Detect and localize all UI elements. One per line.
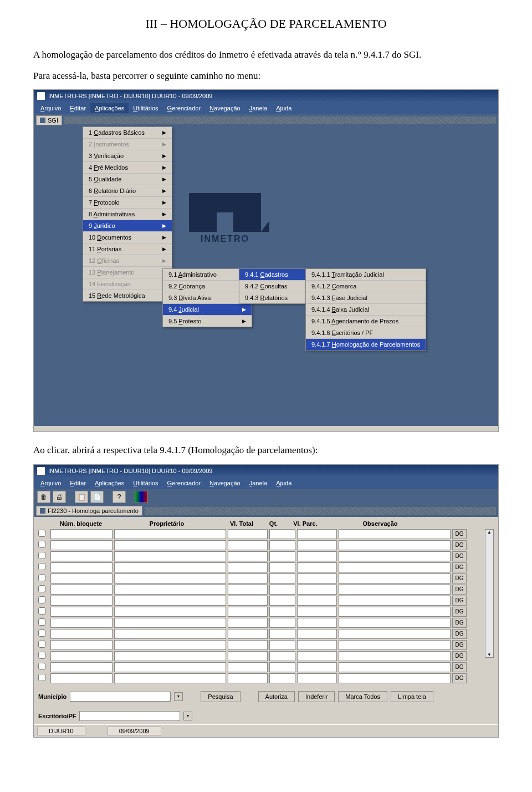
cell-prop[interactable] (114, 551, 226, 561)
menu-ajuda[interactable]: Ajuda (272, 478, 296, 488)
cell-obs[interactable] (339, 562, 451, 572)
menu-item[interactable]: 9.4.1.2 Comarca (306, 281, 426, 292)
dg-button[interactable]: DG (452, 529, 467, 539)
cell-num[interactable] (50, 585, 112, 595)
cell-num[interactable] (50, 529, 112, 539)
cell-tot[interactable] (228, 640, 268, 650)
cell-tot[interactable] (228, 651, 268, 661)
row-checkbox[interactable] (38, 641, 45, 648)
menu-bar-2[interactable]: ArquivoEditarAplicaçõesUtilitáriosGerenc… (34, 477, 498, 489)
menu-item[interactable]: 9.3 Dívida Ativa▶ (163, 292, 252, 304)
dg-button[interactable]: DG (452, 651, 467, 661)
cell-num[interactable] (50, 629, 112, 639)
menu-gerenciador[interactable]: Gerenciador (163, 103, 206, 113)
cell-qt[interactable] (269, 562, 295, 572)
dg-button[interactable]: DG (452, 640, 467, 650)
cell-parc[interactable] (297, 618, 337, 628)
cell-parc[interactable] (297, 651, 337, 661)
menu-item[interactable]: 9.4.1.3 Fase Judicial (306, 292, 426, 304)
dg-button[interactable]: DG (452, 673, 467, 683)
cell-obs[interactable] (339, 607, 451, 617)
menu-item[interactable]: 13 Planejamento▶ (83, 267, 172, 278)
autoriza-button[interactable]: Autoriza (258, 691, 295, 702)
cell-obs[interactable] (339, 551, 451, 561)
cell-tot[interactable] (228, 573, 268, 583)
cell-parc[interactable] (297, 529, 337, 539)
menu-item[interactable]: 1 Cadastros Básicos▶ (83, 127, 172, 139)
menu-item[interactable]: 9.4.1.4 Baixa Judicial (306, 304, 426, 316)
row-checkbox[interactable] (38, 541, 45, 548)
menu-item[interactable]: 9.4.1.5 Agendamento de Prazos (306, 316, 426, 327)
menu-item[interactable]: 9.4.1.6 Escritórios / PF (306, 327, 426, 339)
cell-num[interactable] (50, 596, 112, 606)
menu-navegação[interactable]: Navegação (205, 103, 245, 113)
row-checkbox[interactable] (38, 585, 45, 592)
cell-obs[interactable] (339, 629, 451, 639)
cell-prop[interactable] (114, 651, 226, 661)
cell-num[interactable] (50, 618, 112, 628)
cell-tot[interactable] (228, 629, 268, 639)
menu-item[interactable]: 6 Relatório Diário▶ (83, 185, 172, 197)
cell-obs[interactable] (339, 673, 451, 683)
cell-prop[interactable] (114, 585, 226, 595)
cell-num[interactable] (50, 540, 112, 550)
escritorio-field[interactable] (79, 711, 180, 721)
sgi-tab[interactable]: SGI (36, 115, 62, 125)
menu-item[interactable]: 9.4 Judicial▶ (163, 304, 252, 316)
menu-utilitários[interactable]: Utilitários (129, 478, 162, 488)
cell-qt[interactable] (269, 573, 295, 583)
cell-tot[interactable] (228, 673, 268, 683)
municipio-field[interactable] (70, 692, 171, 702)
cell-parc[interactable] (297, 540, 337, 550)
cell-obs[interactable] (339, 596, 451, 606)
menu-gerenciador[interactable]: Gerenciador (163, 478, 206, 488)
cell-num[interactable] (50, 607, 112, 617)
dg-button[interactable]: DG (452, 573, 467, 583)
row-checkbox[interactable] (38, 607, 45, 615)
indeferir-button[interactable]: Indeferir (298, 691, 335, 702)
pesquisa-button[interactable]: Pesquisa (201, 691, 240, 702)
row-checkbox[interactable] (38, 563, 45, 570)
cell-qt[interactable] (269, 540, 295, 550)
menu-ajuda[interactable]: Ajuda (272, 103, 296, 113)
menu-item[interactable]: 7 Protocolo▶ (83, 197, 172, 209)
cell-prop[interactable] (114, 562, 226, 572)
form-tab[interactable]: FI2230 - Homologa parcelamento (36, 506, 142, 516)
cell-tot[interactable] (228, 607, 268, 617)
cell-prop[interactable] (114, 640, 226, 650)
menu-aplicações[interactable]: Aplicações (90, 103, 129, 113)
cell-tot[interactable] (228, 618, 268, 628)
cell-tot[interactable] (228, 662, 268, 672)
cell-num[interactable] (50, 562, 112, 572)
cell-obs[interactable] (339, 618, 451, 628)
menu-item[interactable]: 3 Verificação▶ (83, 150, 172, 162)
menu-editar[interactable]: Editar (65, 478, 90, 488)
dg-button[interactable]: DG (452, 596, 467, 606)
menu-item[interactable]: 15 Rede Metrológica▶ (83, 290, 172, 301)
limpa-tela-button[interactable]: Limpa tela (391, 691, 433, 702)
cell-qt[interactable] (269, 596, 295, 606)
dg-button[interactable]: DG (452, 551, 467, 561)
toolbar-btn-2[interactable]: 🖨 (53, 491, 66, 503)
cell-tot[interactable] (228, 596, 268, 606)
cell-tot[interactable] (228, 540, 268, 550)
cell-tot[interactable] (228, 585, 268, 595)
row-checkbox[interactable] (38, 629, 45, 637)
cell-prop[interactable] (114, 662, 226, 672)
menu-arquivo[interactable]: Arquivo (36, 478, 65, 488)
cell-num[interactable] (50, 651, 112, 661)
cell-prop[interactable] (114, 673, 226, 683)
row-checkbox[interactable] (38, 674, 45, 681)
menu-janela[interactable]: Janela (245, 478, 272, 488)
cell-qt[interactable] (269, 640, 295, 650)
row-checkbox[interactable] (38, 574, 45, 581)
menu-item[interactable]: 4 Pré Medidos▶ (83, 162, 172, 174)
cell-parc[interactable] (297, 551, 337, 561)
row-checkbox[interactable] (38, 652, 45, 659)
cell-num[interactable] (50, 640, 112, 650)
cell-prop[interactable] (114, 618, 226, 628)
municipio-lov-icon[interactable]: ▾ (174, 692, 183, 701)
menu-navegação[interactable]: Navegação (205, 478, 245, 488)
row-checkbox[interactable] (38, 530, 45, 537)
menu-item[interactable]: 9.1 Administrativo▶ (163, 269, 252, 281)
